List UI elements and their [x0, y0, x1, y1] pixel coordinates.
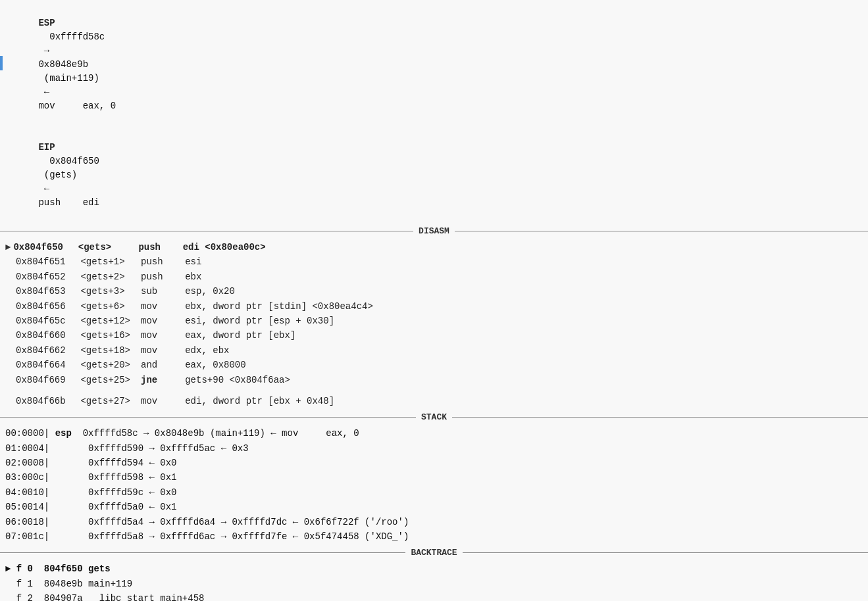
asm-addr-8: 0x804f664 — [16, 358, 75, 372]
current-line-indicator — [0, 56, 3, 70]
asm-line-7: 0x804f662 <gets+18> mov edx, ebx — [5, 343, 863, 358]
asm-sym-7: <gets+18> — [75, 343, 141, 358]
asm-addr-3: 0x804f653 — [16, 284, 75, 299]
asm-line-5: 0x804f65c <gets+12> mov esi, dword ptr [… — [5, 314, 863, 328]
asm-sym-0: <gets> — [72, 240, 138, 254]
backtrace-section: ► f 0 804f650 gets f 1 8048e9b main+119 … — [0, 559, 868, 601]
stack-line-1: 01:0004| 0xffffd590 → 0xffffd5ac ← 0x3 — [5, 441, 863, 456]
asm-operands-7: edx, ebx — [185, 343, 229, 358]
asm-addr-2: 0x804f652 — [16, 270, 75, 284]
asm-addr-1: 0x804f651 — [16, 254, 75, 269]
disasm-divider-right — [455, 231, 868, 231]
terminal-window: ESP 0xffffd58c → 0x8048e9b (main+119) ← … — [0, 0, 868, 601]
stack-line-3: 03:000c| 0xffffd598 ← 0x1 — [5, 470, 863, 485]
asm-sym-3: <gets+3> — [75, 284, 141, 299]
stack-section: 00:0000| esp 0xffffd58c → 0x8048e9b (mai… — [0, 423, 868, 546]
eip-value: 0x804f650 — [38, 156, 99, 166]
eip-sym: (gets) — [38, 170, 77, 180]
backtrace-divider-right — [463, 552, 868, 553]
asm-line-3: 0x804f653 <gets+3> sub esp, 0x20 — [5, 284, 863, 299]
asm-line-8: 0x804f664 <gets+20> and eax, 0x8000 — [5, 358, 863, 372]
asm-mnemonic-4: mov — [141, 299, 185, 314]
asm-line-current: ► 0x804f650 <gets> push edi <0x80ea00c> — [5, 240, 863, 254]
asm-mnemonic-9: jne — [141, 373, 185, 387]
eip-instr: push edi — [38, 197, 99, 208]
asm-operands-2: ebx — [185, 270, 201, 284]
asm-line-1: 0x804f651 <gets+1> push esi — [5, 254, 863, 269]
asm-mnemonic-10: mov — [141, 394, 185, 408]
stack-label: STACK — [416, 412, 452, 422]
asm-operands-4: ebx, dword ptr [stdin] <0x80ea4c4> — [185, 299, 373, 314]
asm-addr-5: 0x804f65c — [16, 314, 75, 328]
asm-mnemonic-3: sub — [141, 284, 185, 299]
stack-line-7: 07:001c| 0xffffd5a8 → 0xffffd6ac → 0xfff… — [5, 529, 863, 544]
esp-target: 0x8048e9b — [38, 59, 88, 70]
asm-sym-4: <gets+6> — [75, 299, 141, 314]
backtrace-divider-left — [0, 552, 405, 553]
asm-blank-line — [5, 387, 863, 394]
asm-operands-3: esp, 0x20 — [185, 284, 235, 299]
bt-line-0: ► f 0 804f650 gets — [5, 562, 863, 576]
stack-divider: STACK — [0, 412, 868, 422]
asm-line-2: 0x804f652 <gets+2> push ebx — [5, 270, 863, 284]
disasm-section: ► 0x804f650 <gets> push edi <0x80ea00c> … — [0, 237, 868, 411]
asm-addr-4: 0x804f656 — [16, 299, 75, 314]
asm-mnemonic-8: and — [141, 358, 185, 372]
asm-operands-5: esi, dword ptr [esp + 0x30] — [185, 314, 334, 328]
esp-value: 0xffffd58c — [38, 32, 105, 42]
asm-addr-7: 0x804f662 — [16, 343, 75, 358]
asm-sym-10: <gets+27> — [75, 394, 141, 408]
esp-sym: (main+119) — [38, 73, 99, 84]
asm-sym-1: <gets+1> — [75, 254, 141, 269]
asm-line-10: 0x804f66b <gets+27> mov edi, dword ptr [… — [5, 394, 863, 408]
asm-sym-5: <gets+12> — [75, 314, 141, 328]
asm-addr-0: 0x804f650 — [13, 240, 72, 254]
eip-label: EIP — [38, 142, 55, 153]
stack-divider-right — [452, 417, 868, 418]
asm-operands-9: gets+90 <0x804f6aa> — [185, 373, 290, 387]
asm-mnemonic-7: mov — [141, 343, 185, 358]
esp-instr: mov eax, 0 — [38, 101, 116, 111]
esp-label: ESP — [38, 18, 55, 28]
eip-register-line: EIP 0x804f650 (gets) ← push edi — [5, 127, 863, 224]
asm-sym-8: <gets+20> — [75, 358, 141, 372]
backtrace-label: BACKTRACE — [405, 548, 462, 558]
asm-line-6: 0x804f660 <gets+16> mov eax, dword ptr [… — [5, 328, 863, 343]
asm-sym-9: <gets+25> — [75, 373, 141, 387]
asm-operands-10: edi, dword ptr [ebx + 0x48] — [185, 394, 334, 408]
esp-register-line: ESP 0xffffd58c → 0x8048e9b (main+119) ← … — [5, 3, 863, 127]
esp-back-arrow: ← — [38, 87, 55, 97]
asm-operands-1: esi — [185, 254, 201, 269]
asm-mnemonic-0: push — [138, 240, 182, 254]
asm-mnemonic-6: mov — [141, 328, 185, 343]
asm-addr-10: 0x804f66b — [16, 394, 75, 408]
stack-line-2: 02:0008| 0xffffd594 ← 0x0 — [5, 456, 863, 470]
asm-operands-8: eax, 0x8000 — [185, 358, 245, 372]
current-arrow: ► — [5, 240, 11, 254]
asm-mnemonic-2: push — [141, 270, 185, 284]
esp-arrow: → — [38, 45, 55, 56]
asm-addr-6: 0x804f660 — [16, 328, 75, 343]
stack-line-0: 00:0000| esp 0xffffd58c → 0x8048e9b (mai… — [5, 426, 863, 441]
asm-sym-2: <gets+2> — [75, 270, 141, 284]
asm-sym-6: <gets+16> — [75, 328, 141, 343]
disasm-divider-left — [0, 231, 413, 231]
eip-back-arrow: ← — [38, 183, 55, 194]
asm-mnemonic-5: mov — [141, 314, 185, 328]
stack-divider-left — [0, 417, 416, 418]
asm-line-4: 0x804f656 <gets+6> mov ebx, dword ptr [s… — [5, 299, 863, 314]
asm-line-9: 0x804f669 <gets+25> jne gets+90 <0x804f6… — [5, 373, 863, 387]
stack-line-5: 05:0014| 0xffffd5a0 ← 0x1 — [5, 500, 863, 514]
disasm-divider: DISASM — [0, 226, 868, 236]
disasm-label: DISASM — [413, 226, 455, 236]
registers-header: ESP 0xffffd58c → 0x8048e9b (main+119) ← … — [0, 0, 868, 225]
bt-line-1: f 1 8048e9b main+119 — [5, 577, 863, 591]
asm-addr-9: 0x804f669 — [16, 373, 75, 387]
asm-operands-0: edi <0x80ea00c> — [183, 240, 266, 254]
backtrace-divider: BACKTRACE — [0, 548, 868, 558]
asm-operands-6: eax, dword ptr [ebx] — [185, 328, 295, 343]
bt-line-2: f 2 804907a __libc_start_main+458 — [5, 591, 863, 601]
stack-line-4: 04:0010| 0xffffd59c ← 0x0 — [5, 485, 863, 500]
stack-line-6: 06:0018| 0xffffd5a4 → 0xffffd6a4 → 0xfff… — [5, 515, 863, 529]
asm-mnemonic-1: push — [141, 254, 185, 269]
